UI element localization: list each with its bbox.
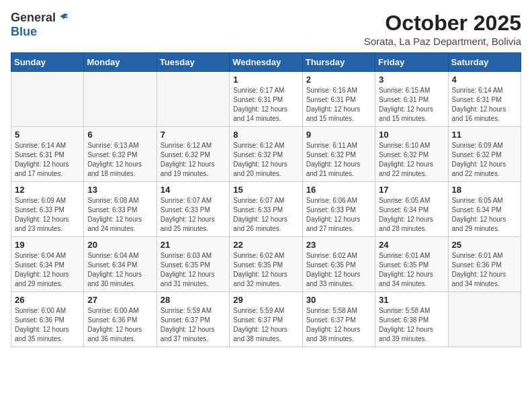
day-info: Sunrise: 6:05 AMSunset: 6:34 PMDaylight:… (452, 196, 517, 234)
table-row (84, 72, 157, 127)
day-info: Sunrise: 6:00 AMSunset: 6:36 PMDaylight:… (87, 306, 152, 344)
calendar-week-1: 1Sunrise: 6:17 AMSunset: 6:31 PMDaylight… (11, 72, 521, 127)
day-info: Sunrise: 6:12 AMSunset: 6:32 PMDaylight:… (233, 141, 298, 179)
day-number: 4 (452, 75, 517, 85)
day-info: Sunrise: 6:00 AMSunset: 6:36 PMDaylight:… (15, 306, 80, 344)
day-info: Sunrise: 6:09 AMSunset: 6:33 PMDaylight:… (15, 196, 80, 234)
day-number: 8 (233, 130, 298, 140)
table-row: 1Sunrise: 6:17 AMSunset: 6:31 PMDaylight… (230, 72, 302, 127)
table-row: 25Sunrise: 6:01 AMSunset: 6:36 PMDayligh… (448, 237, 521, 292)
day-info: Sunrise: 6:09 AMSunset: 6:32 PMDaylight:… (452, 141, 517, 179)
day-number: 10 (379, 130, 444, 140)
day-number: 27 (87, 295, 152, 305)
table-row: 15Sunrise: 6:07 AMSunset: 6:33 PMDayligh… (230, 182, 302, 237)
day-info: Sunrise: 6:10 AMSunset: 6:32 PMDaylight:… (379, 141, 444, 179)
day-number: 24 (379, 240, 444, 250)
day-info: Sunrise: 6:04 AMSunset: 6:34 PMDaylight:… (87, 251, 152, 289)
table-row: 6Sunrise: 6:13 AMSunset: 6:32 PMDaylight… (84, 127, 157, 182)
day-info: Sunrise: 6:17 AMSunset: 6:31 PMDaylight:… (233, 86, 298, 124)
calendar-week-5: 26Sunrise: 6:00 AMSunset: 6:36 PMDayligh… (11, 292, 521, 347)
day-info: Sunrise: 6:07 AMSunset: 6:33 PMDaylight:… (233, 196, 298, 234)
table-row: 14Sunrise: 6:07 AMSunset: 6:33 PMDayligh… (157, 182, 229, 237)
day-info: Sunrise: 5:59 AMSunset: 6:37 PMDaylight:… (161, 306, 226, 344)
table-row: 26Sunrise: 6:00 AMSunset: 6:36 PMDayligh… (11, 292, 84, 347)
day-info: Sunrise: 6:11 AMSunset: 6:32 PMDaylight:… (306, 141, 371, 179)
header-wednesday: Wednesday (230, 53, 302, 72)
table-row: 16Sunrise: 6:06 AMSunset: 6:33 PMDayligh… (302, 182, 375, 237)
table-row: 7Sunrise: 6:12 AMSunset: 6:32 PMDaylight… (157, 127, 229, 182)
day-number: 13 (87, 185, 152, 195)
day-info: Sunrise: 6:14 AMSunset: 6:31 PMDaylight:… (15, 141, 80, 179)
table-row: 28Sunrise: 5:59 AMSunset: 6:37 PMDayligh… (157, 292, 229, 347)
day-number: 15 (233, 185, 298, 195)
calendar-week-2: 5Sunrise: 6:14 AMSunset: 6:31 PMDaylight… (11, 127, 521, 182)
table-row: 31Sunrise: 5:58 AMSunset: 6:38 PMDayligh… (375, 292, 448, 347)
day-info: Sunrise: 6:15 AMSunset: 6:31 PMDaylight:… (379, 86, 444, 124)
table-row: 20Sunrise: 6:04 AMSunset: 6:34 PMDayligh… (84, 237, 157, 292)
day-info: Sunrise: 6:16 AMSunset: 6:31 PMDaylight:… (306, 86, 371, 124)
day-number: 3 (379, 75, 444, 85)
day-number: 12 (15, 185, 80, 195)
day-number: 21 (161, 240, 226, 250)
day-number: 2 (306, 75, 371, 85)
day-number: 7 (161, 130, 226, 140)
logo-blue-text: Blue (11, 25, 37, 38)
day-number: 19 (15, 240, 80, 250)
day-number: 30 (306, 295, 371, 305)
table-row: 18Sunrise: 6:05 AMSunset: 6:34 PMDayligh… (448, 182, 521, 237)
table-row (11, 72, 84, 127)
day-info: Sunrise: 6:02 AMSunset: 6:35 PMDaylight:… (233, 251, 298, 289)
table-row: 5Sunrise: 6:14 AMSunset: 6:31 PMDaylight… (11, 127, 84, 182)
day-number: 25 (452, 240, 517, 250)
day-info: Sunrise: 5:59 AMSunset: 6:37 PMDaylight:… (233, 306, 298, 344)
day-number: 14 (161, 185, 226, 195)
calendar-week-4: 19Sunrise: 6:04 AMSunset: 6:34 PMDayligh… (11, 237, 521, 292)
header-friday: Friday (375, 53, 448, 72)
day-info: Sunrise: 6:01 AMSunset: 6:35 PMDaylight:… (379, 251, 444, 289)
header: General Blue October 2025 Sorata, La Paz… (11, 11, 521, 47)
table-row: 22Sunrise: 6:02 AMSunset: 6:35 PMDayligh… (230, 237, 302, 292)
header-sunday: Sunday (11, 53, 84, 72)
table-row: 4Sunrise: 6:14 AMSunset: 6:31 PMDaylight… (448, 72, 521, 127)
calendar-header-row: Sunday Monday Tuesday Wednesday Thursday… (11, 53, 521, 72)
day-number: 16 (306, 185, 371, 195)
header-thursday: Thursday (302, 53, 375, 72)
table-row: 3Sunrise: 6:15 AMSunset: 6:31 PMDaylight… (375, 72, 448, 127)
table-row: 2Sunrise: 6:16 AMSunset: 6:31 PMDaylight… (302, 72, 375, 127)
day-info: Sunrise: 6:03 AMSunset: 6:35 PMDaylight:… (161, 251, 226, 289)
day-number: 23 (306, 240, 371, 250)
logo-bird-icon (57, 12, 69, 24)
day-info: Sunrise: 6:08 AMSunset: 6:33 PMDaylight:… (87, 196, 152, 234)
table-row: 24Sunrise: 6:01 AMSunset: 6:35 PMDayligh… (375, 237, 448, 292)
table-row: 29Sunrise: 5:59 AMSunset: 6:37 PMDayligh… (230, 292, 302, 347)
day-number: 22 (233, 240, 298, 250)
day-number: 11 (452, 130, 517, 140)
table-row: 10Sunrise: 6:10 AMSunset: 6:32 PMDayligh… (375, 127, 448, 182)
header-tuesday: Tuesday (157, 53, 229, 72)
table-row: 21Sunrise: 6:03 AMSunset: 6:35 PMDayligh… (157, 237, 229, 292)
table-row (157, 72, 229, 127)
table-row: 30Sunrise: 5:58 AMSunset: 6:37 PMDayligh… (302, 292, 375, 347)
day-info: Sunrise: 6:12 AMSunset: 6:32 PMDaylight:… (161, 141, 226, 179)
day-number: 31 (379, 295, 444, 305)
table-row: 12Sunrise: 6:09 AMSunset: 6:33 PMDayligh… (11, 182, 84, 237)
title-area: October 2025 Sorata, La Paz Department, … (364, 11, 521, 47)
day-info: Sunrise: 5:58 AMSunset: 6:37 PMDaylight:… (306, 306, 371, 344)
header-monday: Monday (84, 53, 157, 72)
day-info: Sunrise: 5:58 AMSunset: 6:38 PMDaylight:… (379, 306, 444, 344)
table-row: 9Sunrise: 6:11 AMSunset: 6:32 PMDaylight… (302, 127, 375, 182)
day-number: 28 (161, 295, 226, 305)
day-number: 6 (87, 130, 152, 140)
table-row: 17Sunrise: 6:05 AMSunset: 6:34 PMDayligh… (375, 182, 448, 237)
day-info: Sunrise: 6:13 AMSunset: 6:32 PMDaylight:… (87, 141, 152, 179)
day-info: Sunrise: 6:06 AMSunset: 6:33 PMDaylight:… (306, 196, 371, 234)
table-row: 13Sunrise: 6:08 AMSunset: 6:33 PMDayligh… (84, 182, 157, 237)
calendar-subtitle: Sorata, La Paz Department, Bolivia (364, 36, 521, 47)
table-row (448, 292, 521, 347)
day-info: Sunrise: 6:14 AMSunset: 6:31 PMDaylight:… (452, 86, 517, 124)
day-number: 26 (15, 295, 80, 305)
table-row: 19Sunrise: 6:04 AMSunset: 6:34 PMDayligh… (11, 237, 84, 292)
day-info: Sunrise: 6:01 AMSunset: 6:36 PMDaylight:… (452, 251, 517, 289)
day-number: 17 (379, 185, 444, 195)
day-number: 9 (306, 130, 371, 140)
